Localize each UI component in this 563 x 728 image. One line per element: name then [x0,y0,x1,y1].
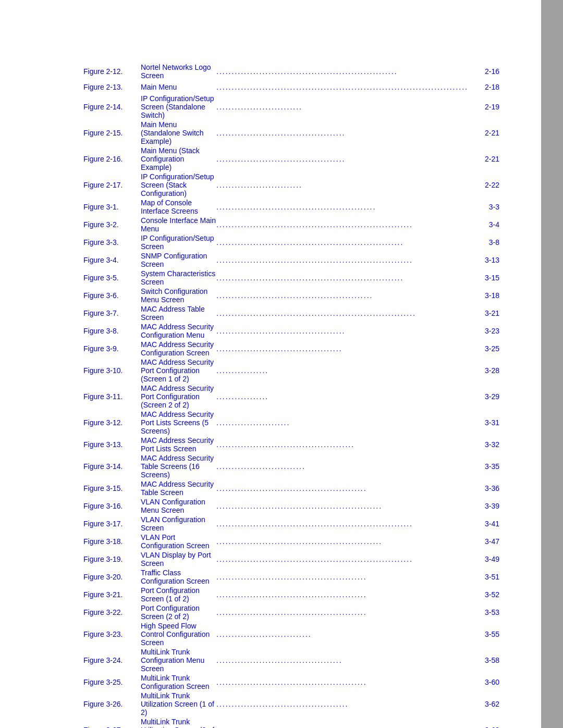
toc-title: MAC Address Security Table Screen [141,479,216,497]
toc-row[interactable]: Figure 2-13. Main Menu .................… [83,80,499,94]
toc-row[interactable]: Figure 3-12. MAC Address Security Port L… [83,410,499,436]
toc-row[interactable]: Figure 2-16. Main Menu (Stack Configurat… [83,146,499,172]
toc-label: Figure 3-22. [83,603,141,621]
toc-dots: ........................................… [216,568,468,586]
toc-row[interactable]: Figure 3-8. MAC Address Security Configu… [83,322,499,340]
toc-label: Figure 3-4. [83,251,141,269]
toc-title: MultiLink Trunk Utilization Screen (2 of… [141,717,216,728]
toc-title: IP Configuration/Setup Screen (Stack Con… [141,172,216,198]
toc-title: Traffic Class Configuration Screen [141,568,216,586]
toc-row[interactable]: Figure 3-19. VLAN Display by Port Screen… [83,550,499,568]
toc-title: MAC Address Security Configuration Scree… [141,340,216,357]
toc-dots: ........................................… [216,287,468,304]
toc-label: Figure 3-5. [83,269,141,287]
toc-row[interactable]: Figure 2-17. IP Configuration/Setup Scre… [83,172,499,198]
toc-label: Figure 3-3. [83,233,141,251]
toc-row[interactable]: Figure 3-23. High Speed Flow Control Con… [83,621,499,647]
toc-title: MultiLink Trunk Configuration Screen [141,673,216,691]
toc-title: MAC Address Security Port Lists Screens … [141,410,216,436]
toc-page: 3-49 [468,550,499,568]
toc-row[interactable]: Figure 3-20. Traffic Class Configuration… [83,568,499,586]
toc-dots: ............................... [216,621,468,647]
toc-dots: ........................................… [216,497,468,515]
toc-page: 3-32 [468,436,499,453]
toc-row[interactable]: Figure 3-24. MultiLink Trunk Configurati… [83,647,499,673]
toc-row[interactable]: Figure 3-18. VLAN Port Configuration Scr… [83,533,499,550]
toc-row[interactable]: Figure 3-2. Console Interface Main Menu … [83,216,499,233]
toc-page: 3-31 [468,410,499,436]
toc-row[interactable]: Figure 3-9. MAC Address Security Configu… [83,340,499,357]
toc-row[interactable]: Figure 3-27. MultiLink Trunk Utilization… [83,717,499,728]
toc-row[interactable]: Figure 3-11. MAC Address Security Port C… [83,384,499,410]
toc-page: 3-55 [468,621,499,647]
toc-title: MAC Address Table Screen [141,304,216,322]
toc-dots: ........................................… [216,80,468,94]
toc-row[interactable]: Figure 3-3. IP Configuration/Setup Scree… [83,233,499,251]
toc-row[interactable]: Figure 3-4. SNMP Configuration Screen ..… [83,251,499,269]
toc-row[interactable]: Figure 3-25. MultiLink Trunk Configurati… [83,673,499,691]
toc-title: VLAN Configuration Screen [141,515,216,533]
toc-label: Figure 3-21. [83,586,141,603]
toc-page: 3-58 [468,647,499,673]
toc-row[interactable]: Figure 3-7. MAC Address Table Screen ...… [83,304,499,322]
toc-label: Figure 2-15. [83,120,141,146]
toc-row[interactable]: Figure 3-26. MultiLink Trunk Utilization… [83,691,499,717]
toc-page: 2-21 [468,120,499,146]
toc-page: 3-53 [468,603,499,621]
toc-row[interactable]: Figure 3-14. MAC Address Security Table … [83,453,499,479]
toc-label: Figure 3-6. [83,287,141,304]
toc-title: Main Menu (Standalone Switch Example) [141,120,216,146]
toc-row[interactable]: Figure 3-16. VLAN Configuration Menu Scr… [83,497,499,515]
toc-dots: ............................. [216,453,468,479]
toc-row[interactable]: Figure 2-12. Nortel Networks Logo Screen… [83,63,499,80]
toc-page: 2-19 [468,94,499,120]
toc-dots: ........................................… [216,322,468,340]
toc-row[interactable]: Figure 3-15. MAC Address Security Table … [83,479,499,497]
toc-row[interactable]: Figure 3-21. Port Configuration Screen (… [83,586,499,603]
toc-label: Figure 3-2. [83,216,141,233]
toc-page: 3-21 [468,304,499,322]
toc-label: Figure 3-11. [83,384,141,410]
toc-title: MAC Address Security Port Configuration … [141,357,216,384]
toc-label: Figure 3-12. [83,410,141,436]
toc-page: 3-35 [468,453,499,479]
toc-dots: ........................................… [216,269,468,287]
toc-label: Figure 2-14. [83,94,141,120]
toc-row[interactable]: Figure 3-5. System Characteristics Scree… [83,269,499,287]
toc-dots: ........................................… [216,603,468,621]
toc-dots: ........................ [216,410,468,436]
toc-dots: ........................................… [216,586,468,603]
toc-row[interactable]: Figure 3-10. MAC Address Security Port C… [83,357,499,384]
toc-page: 3-3 [468,198,499,216]
toc-title: IP Configuration/Setup Screen [141,233,216,251]
toc-label: Figure 3-26. [83,691,141,717]
toc-title: System Characteristics Screen [141,269,216,287]
toc-title: VLAN Display by Port Screen [141,550,216,568]
toc-page: 3-25 [468,340,499,357]
toc-row[interactable]: Figure 3-22. Port Configuration Screen (… [83,603,499,621]
toc-title: Main Menu [141,80,216,94]
toc-dots: ........................................… [216,533,468,550]
toc-page: 3-51 [468,568,499,586]
toc-title: Port Configuration Screen (1 of 2) [141,586,216,603]
toc-title: Console Interface Main Menu [141,216,216,233]
toc-row[interactable]: Figure 2-14. IP Configuration/Setup Scre… [83,94,499,120]
toc-dots: ........................................… [216,647,468,673]
toc-title: MAC Address Security Port Configuration … [141,384,216,410]
toc-row[interactable]: Figure 3-1. Map of Console Interface Scr… [83,198,499,216]
toc-page: 3-60 [468,673,499,691]
toc-page: 3-39 [468,497,499,515]
toc-page: 3-8 [468,233,499,251]
toc-row[interactable]: Figure 3-13. MAC Address Security Port L… [83,436,499,453]
toc-label: Figure 3-10. [83,357,141,384]
toc-title: MAC Address Security Configuration Menu [141,322,216,340]
toc-dots: ........................................… [216,436,468,453]
toc-dots: ........................................… [216,233,468,251]
toc-row[interactable]: Figure 2-15. Main Menu (Standalone Switc… [83,120,499,146]
toc-row[interactable]: Figure 3-6. Switch Configuration Menu Sc… [83,287,499,304]
toc-title: Switch Configuration Menu Screen [141,287,216,304]
toc-title: MultiLink Trunk Utilization Screen (1 of… [141,691,216,717]
toc-row[interactable]: Figure 3-17. VLAN Configuration Screen .… [83,515,499,533]
toc-label: Figure 2-17. [83,172,141,198]
toc-dots: ........................................… [216,216,468,233]
